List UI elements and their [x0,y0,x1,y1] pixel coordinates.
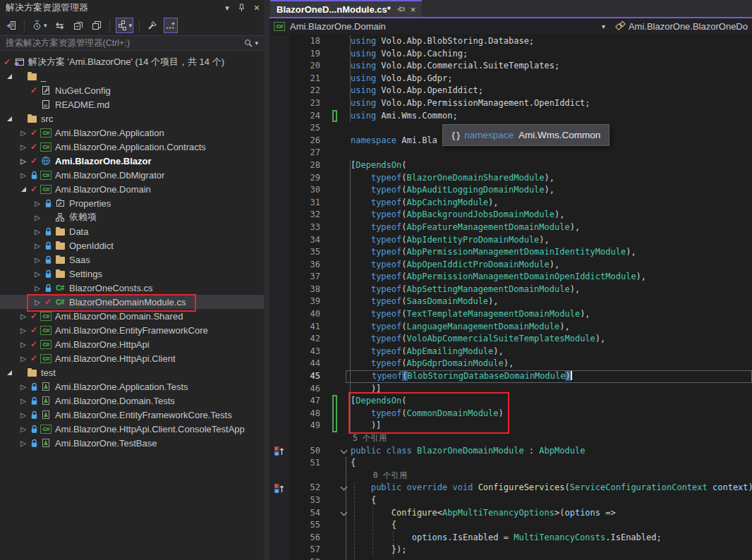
code-editor[interactable]: 18using Volo.Abp.BlobStoring.Database;19… [269,34,752,560]
tree-item-readme.md[interactable]: M↓README.md [0,97,264,111]
fold-collapse-icon[interactable] [339,507,348,520]
tree-item-ami.blazorone.domain.shared[interactable]: ▷✓C#Ami.BlazorOne.Domain.Shared [0,309,264,323]
code-line-45[interactable]: 45 typeof(BlobStoringDatabaseDomainModul… [269,370,752,383]
code-line-47[interactable]: 47[DependsOn( [269,395,752,408]
tree-expanded-icon[interactable] [4,74,14,79]
glyph-margin[interactable] [269,532,289,544]
code-line-49[interactable]: 49 )] [269,420,752,432]
code-line-56[interactable]: 56 options.IsEnabled = MultiTenancyConst… [269,532,752,544]
tree-item-ami.blazorone.httpapi[interactable]: ▷✓C#Ami.BlazorOne.HttpApi [0,337,264,351]
code-line-29[interactable]: 29 typeof(BlazorOneDomainSharedModule), [269,172,752,185]
glyph-margin[interactable] [269,234,289,247]
tree-item-[interactable]: ▷依赖项 [0,210,264,224]
tree-item-ami.blazorone1414[interactable]: ✓解决方案 'Ami.BlazorOne' (14 个项目，共 14 个) [0,55,264,69]
glyph-margin[interactable] [269,321,289,334]
tree-item-ami.blazorone.entityframeworkcore[interactable]: ▷✓C#Ami.BlazorOne.EntityFrameworkCore [0,323,264,337]
code-line-40[interactable]: 40 typeof(TextTemplateManagementDomainMo… [269,308,752,321]
tree-item-properties[interactable]: ▷Properties [0,196,264,210]
tree-item-ami.blazorone.application.contracts[interactable]: ▷✓C#Ami.BlazorOne.Application.Contracts [0,140,264,154]
tree-item-ami.blazorone.testbase[interactable]: ▷Ami.BlazorOne.TestBase [0,436,264,450]
tree-collapsed-icon[interactable]: ▷ [18,143,28,151]
inheritance-margin-icon[interactable]: Io [269,482,289,494]
code-line-30[interactable]: 30 typeof(AbpAuditLoggingDomainModule), [269,184,752,197]
code-line-36[interactable]: 36 typeof(AbpOpenIddictProDomainModule), [269,259,752,272]
tree-expanded-icon[interactable] [4,370,14,375]
tree-item-ami.blazorone.application[interactable]: ▷✓C#Ami.BlazorOne.Application [0,126,264,140]
code-line-43[interactable]: 43 typeof(AbpEmailingModule), [269,346,752,358]
glyph-margin[interactable] [269,85,289,97]
glyph-margin[interactable] [269,48,289,61]
code-line-57[interactable]: 57 }); [269,544,752,556]
tree-expanded-icon[interactable] [4,116,14,121]
glyph-margin[interactable] [269,122,289,135]
search-input[interactable]: 搜索解决方案资源管理器(Ctrl+;) ▾ [0,35,264,51]
glyph-margin[interactable] [269,358,289,370]
tree-collapsed-icon[interactable]: ▷ [32,298,42,306]
tree-item-blazoronedomainmodule.cs[interactable]: ▷✓C#BlazorOneDomainModule.cs [0,295,264,309]
code-line-21[interactable]: 21using Volo.Abp.Gdpr; [269,73,752,85]
glyph-margin[interactable] [269,60,289,73]
code-line-58[interactable]: 58 [269,556,752,560]
glyph-margin[interactable] [269,246,289,259]
glyph-margin[interactable] [269,221,289,234]
tree-collapsed-icon[interactable]: ▷ [32,242,42,250]
tree-collapsed-icon[interactable]: ▷ [18,341,28,348]
code-line-48[interactable]: 48 typeof(CommonDomainModule) [269,408,752,420]
tree-collapsed-icon[interactable]: ▷ [18,411,28,419]
tab-blazoronedomainmodule[interactable]: BlazorOneD...nModule.cs* × [270,0,422,17]
tree-expanded-icon[interactable] [18,187,28,192]
tree-item-ami.blazorone.httpapi.client[interactable]: ▷✓C#Ami.BlazorOne.HttpApi.Client [0,351,264,365]
search-icon[interactable] [244,39,253,48]
tree-collapsed-icon[interactable]: ▷ [32,228,42,236]
glyph-margin[interactable] [269,519,289,532]
switch-views-button[interactable] [4,18,18,33]
pending-changes-filter-button[interactable]: ▾ [30,18,49,33]
tree-collapsed-icon[interactable]: ▷ [18,312,28,320]
type-dropdown[interactable]: Ami.BlazorOne.BlazorOneDo [615,21,748,32]
glyph-margin[interactable] [269,296,289,308]
code-line-50[interactable]: Io50public class BlazorOneDomainModule :… [269,445,752,458]
glyph-margin[interactable] [269,370,289,383]
code-line-44[interactable]: 44 typeof(AbpGdprDomainModule), [269,358,752,370]
tree-collapsed-icon[interactable]: ▷ [32,214,42,221]
pin-icon[interactable] [238,4,245,12]
tree-collapsed-icon[interactable]: ▷ [32,200,42,207]
glyph-margin[interactable] [269,184,289,197]
code-line-51[interactable]: 51{ [269,457,752,470]
glyph-margin[interactable] [269,395,289,408]
tree-item-ami.blazorone.domain.tests[interactable]: ▷Ami.BlazorOne.Domain.Tests [0,394,264,408]
glyph-margin[interactable] [269,135,289,147]
track-active-item-button[interactable] [164,18,178,33]
close-icon[interactable]: × [254,3,260,13]
glyph-margin[interactable] [269,333,289,346]
code-line-46[interactable]: 46 )] [269,383,752,396]
view-scope-selector-button[interactable]: ▾ [116,18,134,33]
code-line-22[interactable]: 22using Volo.Abp.OpenIddict; [269,85,752,97]
tree-item-nuget.config[interactable]: ✓NuGet.Config [0,83,264,97]
code-line-33[interactable]: 33 typeof(AbpFeatureManagementDomainModu… [269,221,752,234]
code-line-23[interactable]: 23using Volo.Abp.PermissionManagement.Op… [269,97,752,110]
tree-item-ami.blazorone.httpapi.client.consoletestapp[interactable]: ▷C#Ami.BlazorOne.HttpApi.Client.ConsoleT… [0,422,264,436]
glyph-margin[interactable] [269,544,289,556]
glyph-margin[interactable] [269,308,289,321]
solution-explorer-titlebar[interactable]: 解决方案资源管理器 ▾ × [0,0,264,16]
inheritance-margin-icon[interactable]: Io [269,445,289,458]
glyph-margin[interactable] [269,110,289,123]
glyph-margin[interactable] [269,73,289,85]
code-line-28[interactable]: 28[DependsOn( [269,159,752,172]
glyph-margin[interactable] [269,284,289,296]
code-line-54[interactable]: 54 Configure<AbpMultiTenancyOptions>(opt… [269,507,752,520]
code-line-32[interactable]: 32 typeof(AbpBackgroundJobsDomainModule)… [269,209,752,221]
glyph-margin[interactable] [269,147,289,159]
code-line-55[interactable]: 55 { [269,519,752,532]
tree-item-ami.blazorone.entityframeworkcore.tests[interactable]: ▷Ami.BlazorOne.EntityFrameworkCore.Tests [0,408,264,422]
project-dropdown[interactable]: C# Ami.BlazorOne.Domain [274,21,386,32]
code-line-52[interactable]: Io52 public override void ConfigureServi… [269,482,752,494]
tree-collapsed-icon[interactable]: ▷ [18,327,28,334]
code-line-37[interactable]: 37 typeof(AbpPermissionManagementDomainO… [269,271,752,284]
tree-item-ami.blazorone.dbmigrator[interactable]: ▷C#Ami.BlazorOne.DbMigrator [0,168,264,182]
tree-item-openiddict[interactable]: ▷OpenIddict [0,238,264,252]
tab-close-icon[interactable]: × [411,5,416,14]
code-line-41[interactable]: 41 typeof(LanguageManagementDomainModule… [269,321,752,334]
code-line-39[interactable]: 39 typeof(SaasDomainModule), [269,296,752,308]
